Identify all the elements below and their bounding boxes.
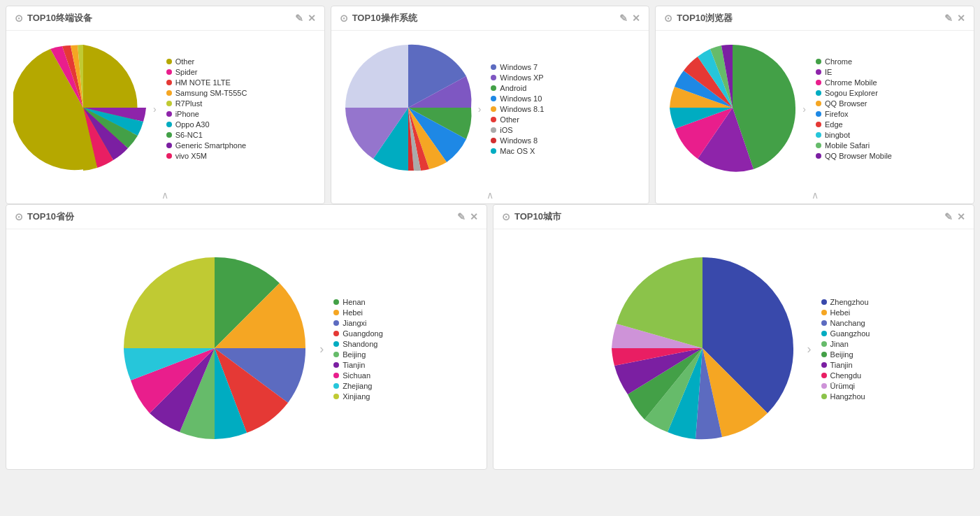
browser-legend-arrow[interactable]: ›: [802, 103, 806, 115]
province-close-btn[interactable]: ✕: [470, 211, 478, 222]
browser-icon: ⊙: [664, 13, 672, 24]
devices-legend-arrow[interactable]: ›: [153, 103, 157, 115]
browser-body: › Chrome IE Chrome Mobile Sogou Explorer…: [656, 31, 974, 187]
os-close-btn[interactable]: ✕: [632, 13, 640, 24]
city-title: TOP10城市: [514, 210, 561, 223]
os-title: TOP10操作系统: [352, 12, 417, 24]
os-legend: Windows 7 Windows XP Android Windows 10 …: [491, 63, 544, 155]
devices-legend: Other Spider HM NOTE 1LTE Samsung SM-T55…: [166, 57, 247, 160]
os-body: › Windows 7 Windows XP Android Windows 1…: [331, 31, 649, 187]
devices-expand-btn[interactable]: ∧: [6, 187, 324, 203]
devices-edit-btn[interactable]: ✎: [295, 13, 303, 24]
devices-title: TOP10终端设备: [27, 12, 92, 24]
os-edit-btn[interactable]: ✎: [619, 13, 628, 24]
province-body: › Henan Hebei Jiangxi Guangdong Shandong…: [6, 229, 487, 469]
browser-title: TOP10浏览器: [677, 12, 733, 24]
os-chart: [338, 38, 478, 180]
browser-legend: Chrome IE Chrome Mobile Sogou Explorer Q…: [816, 57, 892, 160]
province-icon: ⊙: [15, 211, 23, 222]
browser-expand-btn[interactable]: ∧: [656, 187, 974, 203]
city-edit-btn[interactable]: ✎: [944, 211, 953, 222]
card-province-header: ⊙ TOP10省份 ✎ ✕: [6, 205, 487, 229]
province-title: TOP10省份: [27, 210, 74, 223]
city-close-btn[interactable]: ✕: [957, 211, 965, 222]
card-os-header: ⊙ TOP10操作系统 ✎ ✕: [331, 6, 649, 31]
browser-chart: [663, 38, 802, 180]
city-body: › Zhengzhou Hebei Nanchang Guangzhou Jin…: [493, 229, 974, 469]
card-city: ⊙ TOP10城市 ✎ ✕: [493, 204, 974, 470]
card-province: ⊙ TOP10省份 ✎ ✕: [6, 204, 487, 470]
devices-body: › Other Spider HM NOTE 1LTE Samsung SM-T…: [6, 31, 324, 187]
card-browser-header: ⊙ TOP10浏览器 ✎ ✕: [656, 6, 974, 31]
os-expand-btn[interactable]: ∧: [331, 187, 649, 203]
card-os: ⊙ TOP10操作系统 ✎ ✕: [331, 6, 650, 204]
province-chart: [110, 243, 319, 455]
city-icon: ⊙: [502, 211, 510, 222]
card-city-header: ⊙ TOP10城市 ✎ ✕: [493, 205, 974, 229]
city-chart: [598, 243, 807, 455]
browser-close-btn[interactable]: ✕: [957, 13, 965, 24]
province-legend: Henan Hebei Jiangxi Guangdong Shandong B…: [333, 298, 383, 401]
province-legend-arrow[interactable]: ›: [319, 342, 324, 357]
devices-icon: ⊙: [15, 13, 23, 24]
province-edit-btn[interactable]: ✎: [457, 211, 466, 222]
devices-close-btn[interactable]: ✕: [308, 13, 316, 24]
card-devices-header: ⊙ TOP10终端设备 ✎ ✕: [6, 6, 324, 31]
browser-edit-btn[interactable]: ✎: [944, 13, 953, 24]
os-legend-arrow[interactable]: ›: [478, 103, 482, 115]
city-legend-arrow[interactable]: ›: [807, 342, 812, 357]
devices-chart: [13, 38, 153, 180]
card-browser: ⊙ TOP10浏览器 ✎ ✕: [655, 6, 974, 204]
card-devices: ⊙ TOP10终端设备 ✎ ✕: [6, 6, 325, 204]
city-legend: Zhengzhou Hebei Nanchang Guangzhou Jinan…: [821, 298, 870, 401]
os-icon: ⊙: [340, 13, 348, 24]
